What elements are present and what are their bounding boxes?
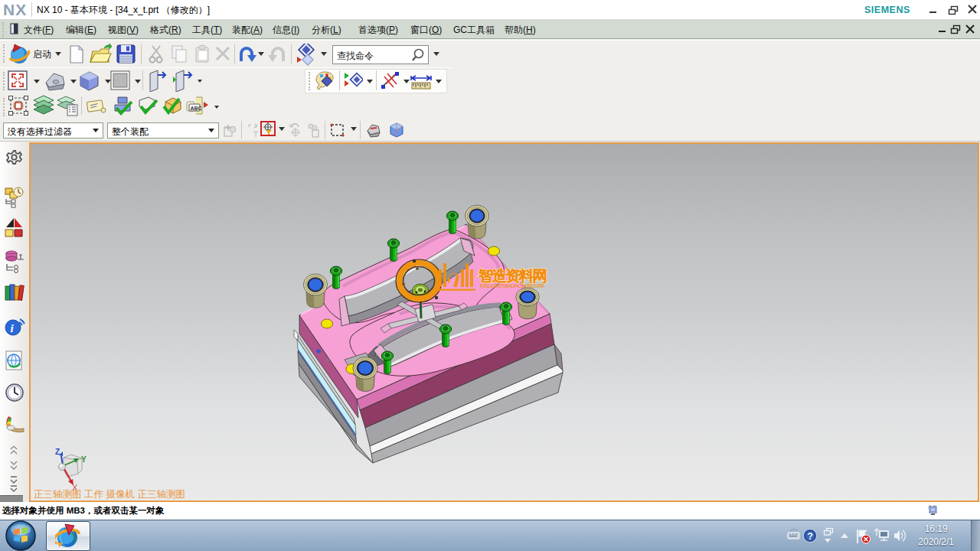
svg-text:智造资料网: 智造资料网 xyxy=(478,267,547,284)
svg-text:?: ? xyxy=(808,531,813,542)
svg-text:Z: Z xyxy=(55,448,60,456)
svg-text:INTELLIGENT MANUFACTURING DATA: INTELLIGENT MANUFACTURING DATA xyxy=(480,283,545,289)
svg-text:正三轴测图 工作 摄像机 正三轴测图: 正三轴测图 工作 摄像机 正三轴测图 xyxy=(34,489,185,500)
svg-text:ABC: ABC xyxy=(191,106,202,111)
svg-text:Y: Y xyxy=(81,455,87,464)
